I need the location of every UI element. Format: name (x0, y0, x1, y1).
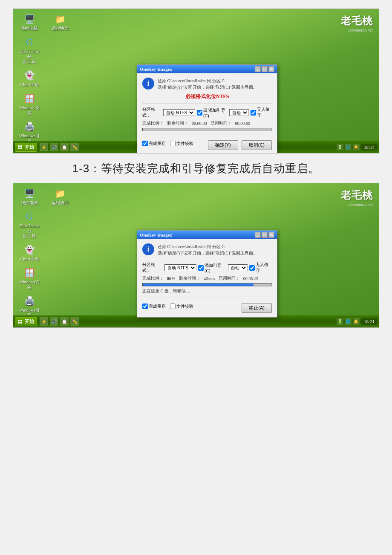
windows-install-icon[interactable]: 🪟 Windows安装 (17, 92, 41, 116)
windows-install-icon-bottom[interactable]: 🪟 Windows安装 (17, 267, 41, 290)
bottom-dialog-info-icon: i (142, 243, 154, 255)
bottom-dialog-info-line1: 还原 G:\sources\install.wim 到 分区 C. (158, 244, 225, 249)
top-auto-select[interactable]: 自动 (229, 109, 249, 116)
top-time-row: 完成比例： 剩余时间： 00:00:00 已用时间： 00:00:00 (142, 120, 272, 126)
remote-label: 远程协助 (52, 26, 69, 31)
bottom-partition-select[interactable]: 自动 NTFS (164, 264, 196, 271)
diskgenius-label-bottom: DiskGenius分区工具 (17, 223, 41, 239)
minimize-btn-top[interactable]: _ (255, 66, 261, 72)
top-file-check[interactable]: 文件较验 (170, 141, 193, 147)
top-dialog-titlebar-btns: _ □ ✕ (255, 66, 274, 72)
top-no-attend-check[interactable]: 无人值守 (251, 107, 272, 119)
bottom-progress-value: 86% (167, 276, 176, 281)
close-btn-top[interactable]: ✕ (268, 66, 274, 72)
bottom-file-check[interactable]: 文件较验 (170, 304, 193, 309)
bottom-stop-btn[interactable]: 终止(A) (242, 303, 272, 313)
bottom-no-attend-check[interactable]: 无人值守 (249, 262, 272, 274)
ghost-icon-img: 👻 (23, 69, 35, 81)
diskgenius-icon[interactable]: G DiskGenius分区工具 (17, 36, 41, 64)
top-sys-icon-1: 🔋 (337, 144, 343, 150)
bottom-progress-label: 完成比例： (142, 275, 164, 281)
top-start-button[interactable]: 开始 (15, 143, 37, 152)
bottom-start-button[interactable]: 开始 (15, 317, 37, 326)
top-dialog-buttons: 确定(Y) 取消(C) (208, 140, 272, 150)
bottom-reboot-check[interactable]: 完成重启 (142, 304, 166, 309)
diskgenius-icon-img-bottom: G (23, 211, 35, 223)
minimize-btn-bottom[interactable]: _ (255, 232, 261, 238)
top-dialog-info-row: i 还原 G:\sources\install.wim 到 分区 C. 选择"确… (142, 78, 272, 90)
top-cancel-btn[interactable]: 取消(C) (242, 140, 272, 150)
windows-install-icon-img-bottom: 🪟 (23, 267, 35, 279)
remote-icon[interactable]: 📁 远程协助 (48, 13, 72, 31)
bottom-remain-label: 剩余时间： (179, 275, 200, 281)
taskbar-icon-1-bottom[interactable]: ⚡ (40, 317, 48, 326)
close-btn-bottom[interactable]: ✕ (268, 232, 274, 238)
top-add-boot-check[interactable]: ☑ 添加引导(C) (197, 107, 228, 118)
top-used-label: 已用时间： (210, 120, 232, 126)
remote-icon-bottom[interactable]: 📁 远程协助 (48, 188, 72, 205)
top-checks-row: 完成重启 文件较验 (142, 141, 193, 147)
my-computer-icon-bottom[interactable]: 🖥️ 我的电脑 (17, 188, 41, 205)
computer-icon-img-bottom: 🖥️ (23, 188, 35, 199)
bottom-dialog-buttons: 终止(A) (242, 303, 272, 313)
bottom-dialog-title: OneKey Imagex (140, 232, 172, 237)
diskgenius-icon-img: G (23, 36, 35, 48)
bottom-sys-icons: 🔋 🌐 🔔 (337, 318, 360, 325)
taskbar-icon-3-bottom[interactable]: 📋 (60, 317, 69, 326)
taskbar-icon-3-top[interactable]: 📋 (60, 143, 69, 151)
windows-install-label: Windows安装 (17, 105, 41, 116)
top-reboot-check[interactable]: 完成重启 (142, 141, 166, 147)
top-remain-label: 剩余时间： (167, 120, 188, 126)
top-dialog-title: OneKey Imagex (140, 66, 172, 72)
bottom-desktop-screenshot: 老毛桃 laomaotao.net 🖥️ 我的电脑 📁 远程协助 G DiskG… (13, 183, 379, 328)
bottom-dialog-titlebar-btns: _ □ ✕ (255, 232, 274, 238)
bottom-taskbar-right: 🔋 🌐 🔔 18:21 (337, 318, 377, 325)
top-partition-select[interactable]: 自动 NTFS (163, 109, 195, 116)
remote-icon-img-bottom: 📁 (54, 188, 66, 199)
taskbar-icon-4-top[interactable]: ✏️ (70, 143, 79, 151)
bottom-clock: 18:21 (361, 318, 377, 325)
top-dialog-info-line2: 选择"确定(Y)"立即开始，选择"取消(C)"返回主界面。 (158, 85, 257, 90)
computer-icon-img: 🖥️ (23, 13, 35, 25)
ghost-icon-bottom[interactable]: 👻 Ghost手动 (17, 244, 41, 262)
bottom-add-boot-check[interactable]: 添加引导(C) (198, 263, 226, 273)
watermark-title-top: 老毛桃 (341, 14, 373, 28)
maximize-btn-bottom[interactable]: □ (262, 232, 268, 238)
bottom-dialog-content: i 还原 G:\sources\install.wim 到 分区 C. 选择"确… (137, 239, 277, 317)
top-remain-value: 00:00:00 (192, 121, 207, 126)
taskbar-icon-2-bottom[interactable]: 🔊 (50, 317, 58, 326)
ghost-icon[interactable]: 👻 Ghost手动 (17, 69, 41, 87)
start-grid-icon-bottom (18, 320, 23, 324)
bottom-time-row: 完成比例： 86% 剩余时间： 40secs 已用时间： 00:05:19 (142, 275, 272, 281)
bottom-dialog-info-text: 还原 G:\sources\install.wim 到 分区 C. 选择"确定(… (158, 243, 257, 256)
my-computer-icon[interactable]: 🖥️ 我的电脑 (17, 13, 41, 31)
bottom-remain-value: 40secs (204, 276, 215, 281)
bottom-sys-icon-2: 🌐 (345, 318, 352, 325)
watermark-url-top: laomaotao.net (341, 28, 373, 32)
winboot-icon-img: 🖨️ (23, 121, 35, 133)
watermark-url-bottom: laomaotao.net (341, 202, 373, 207)
bottom-auto-select[interactable]: 自动 (228, 264, 248, 271)
taskbar-icon-4-bottom[interactable]: ✏️ (70, 317, 79, 326)
taskbar-icon-2-top[interactable]: 🔊 (50, 143, 58, 151)
top-dialog-warning: 必须格式化位NTFS (142, 93, 272, 100)
step-text: 1-3：等待安装完成和引导修复完成后自动重启。 (0, 153, 392, 183)
taskbar-icon-1-top[interactable]: ⚡ (40, 143, 48, 151)
ghost-label: Ghost手动 (20, 82, 39, 87)
diskgenius-icon-bottom[interactable]: G DiskGenius分区工具 (17, 211, 41, 239)
top-sys-icon-2: 🌐 (345, 144, 352, 150)
top-taskbar-icons: ⚡ 🔊 📋 ✏️ (40, 143, 79, 151)
my-computer-label: 我的电脑 (21, 26, 38, 31)
bottom-bottom-row: 完成重启 文件较验 终止(A) (142, 300, 272, 313)
top-dialog-content: i 还原 G:\sources\install.wim 到 分区 C. 选择"确… (137, 73, 277, 153)
maximize-btn-top[interactable]: □ (262, 66, 268, 72)
top-ok-btn[interactable]: 确定(Y) (208, 140, 238, 150)
top-dialog-info-icon: i (142, 78, 154, 90)
top-start-label: 开始 (25, 144, 34, 150)
remote-label-bottom: 远程协助 (52, 200, 69, 205)
watermark-top: 老毛桃 laomaotao.net (341, 14, 373, 32)
top-taskbar-right: 🔋 🌐 🔔 18:14 (337, 144, 377, 150)
windows-install-label-bottom: Windows安装 (17, 280, 41, 290)
desktop-icons-top: 🖥️ 我的电脑 📁 远程协助 G DiskGenius分区工具 👻 Ghost手… (17, 13, 72, 153)
bottom-start-label: 开始 (25, 318, 34, 325)
